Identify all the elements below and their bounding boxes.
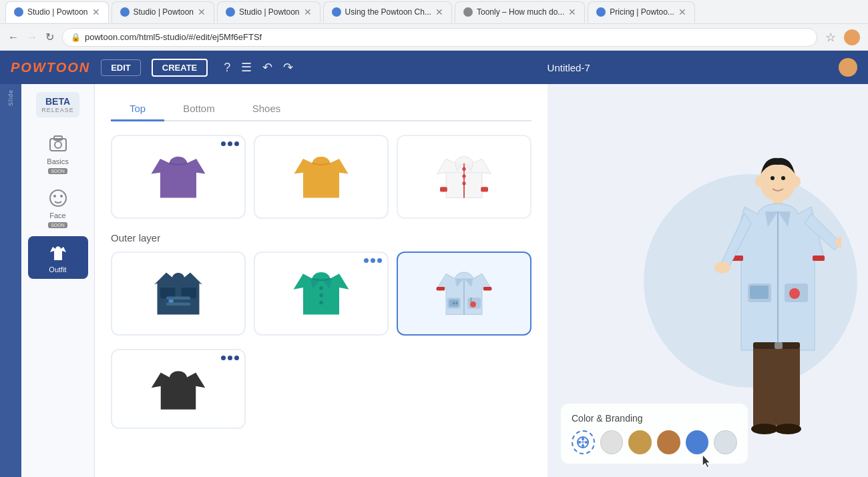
swatch-blue[interactable] (686, 430, 709, 454)
tab-4[interactable]: Using the Powtoon Ch... ✕ (323, 1, 452, 23)
color-branding-panel: Color & Branding + (561, 404, 748, 464)
svg-point-18 (319, 301, 322, 304)
tab-5[interactable]: Toonly – How much do... ✕ (455, 1, 585, 23)
outfit-label: Outfit (49, 266, 66, 274)
teal-jacket-svg (291, 264, 351, 324)
document-title: Untitled-7 (548, 62, 590, 73)
svg-point-37 (751, 424, 778, 434)
tab-close-4[interactable]: ✕ (435, 7, 443, 17)
redo-icon[interactable]: ↷ (283, 60, 293, 75)
svg-rect-14 (166, 297, 190, 300)
tab-2[interactable]: Studio | Powtoon ✕ (112, 1, 215, 23)
tab-shoes[interactable]: Shoes (234, 97, 300, 121)
add-color-swatch[interactable]: + (572, 430, 595, 454)
svg-rect-15 (166, 303, 190, 306)
svg-text:+: + (581, 438, 586, 447)
white-coat-svg (434, 147, 494, 207)
tab-label-3: Studio | Powtoon (239, 7, 300, 17)
tab-3[interactable]: Studio | Powtoon ✕ (217, 1, 320, 23)
svg-point-38 (775, 424, 801, 434)
sidebar-item-outfit[interactable]: Outfit (28, 236, 88, 279)
teal-jacket-item[interactable] (254, 252, 389, 336)
svg-rect-9 (440, 187, 447, 191)
face-label: Face (49, 211, 65, 219)
reload-button[interactable]: ↻ (45, 31, 54, 43)
swatch-brown[interactable] (657, 430, 680, 454)
tab-close-5[interactable]: ✕ (568, 7, 576, 17)
tab-favicon-3 (226, 7, 235, 17)
tab-favicon-4 (332, 7, 341, 17)
orange-sweater-item[interactable] (254, 135, 389, 219)
help-icon[interactable]: ? (224, 61, 230, 75)
tab-6[interactable]: Pricing | Powtoo... ✕ (588, 1, 695, 23)
svg-rect-22 (437, 287, 445, 290)
tab-bottom[interactable]: Bottom (164, 97, 234, 121)
tab-label-4: Using the Powtoon Ch... (345, 7, 431, 17)
svg-point-5 (60, 195, 63, 197)
dark-top-svg (148, 366, 208, 412)
tactical-vest-item[interactable] (111, 252, 246, 336)
user-avatar[interactable] (839, 58, 857, 77)
lock-icon: 🔒 (71, 33, 81, 42)
tab-label-2: Studio | Powtoon (134, 7, 194, 17)
right-panel: Color & Branding + (548, 84, 868, 477)
sidebar-item-face[interactable]: Face SOON (28, 182, 88, 233)
create-button[interactable]: CREATE (152, 59, 208, 77)
basics-icon (47, 133, 69, 155)
left-panel: BETA RELEASE Basics SOON Face SOON (21, 84, 95, 477)
svg-point-3 (50, 190, 66, 206)
edit-button[interactable]: EDIT (101, 59, 141, 76)
cursor-icon (701, 453, 714, 469)
tab-close-2[interactable]: ✕ (198, 7, 206, 17)
svg-point-17 (319, 294, 322, 297)
tab-1[interactable]: Studio | Powtoon ✕ (5, 1, 109, 23)
tab-favicon-1 (14, 7, 23, 17)
purple-sweater-item[interactable] (111, 135, 246, 219)
svg-rect-36 (777, 347, 800, 427)
sidebar-item-basics[interactable]: Basics SOON (28, 128, 88, 179)
dark-top-item[interactable] (111, 349, 246, 429)
svg-point-26 (455, 302, 458, 305)
premium-dots-2 (364, 258, 382, 263)
swatch-white[interactable] (600, 430, 624, 454)
tab-top[interactable]: Top (111, 97, 164, 121)
swatch-light-gray[interactable] (714, 430, 737, 454)
premium-dots-3 (221, 356, 239, 360)
undo-icon[interactable]: ↶ (262, 60, 272, 75)
bookmark-icon[interactable]: ☆ (825, 30, 836, 45)
tab-favicon-2 (120, 7, 130, 17)
dot-6 (377, 258, 382, 263)
tab-close-3[interactable]: ✕ (304, 7, 312, 17)
notes-icon[interactable]: ☰ (241, 60, 252, 75)
app-header: POWTOON EDIT CREATE ? ☰ ↶ ↷ Untitled-7 (0, 51, 868, 84)
dot-2 (228, 141, 232, 146)
face-icon (47, 187, 69, 209)
slide-panel: Slide (0, 84, 21, 477)
labcoat-svg (434, 264, 494, 324)
back-button[interactable]: ← (8, 31, 19, 43)
labcoat-item[interactable] (397, 252, 531, 336)
forward-button[interactable]: → (27, 31, 37, 43)
tab-close-6[interactable]: ✕ (678, 7, 686, 17)
tactical-vest-svg (148, 264, 208, 324)
tab-close-1[interactable]: ✕ (92, 7, 100, 17)
purple-sweater-svg (148, 147, 208, 207)
color-branding-title: Color & Branding (572, 413, 737, 424)
dot-7 (221, 356, 226, 360)
tab-label-6: Pricing | Powtoo... (610, 7, 674, 17)
profile-icon[interactable] (844, 29, 860, 45)
svg-point-46 (781, 176, 785, 180)
color-swatches: + (572, 430, 737, 454)
tab-label-1: Studio | Powtoon (27, 7, 88, 17)
svg-point-41 (755, 176, 763, 187)
slide-label: Slide (7, 89, 14, 106)
url-bar[interactable]: 🔒 powtoon.com/html5-studio/#/edit/ej5Mf6… (62, 28, 817, 47)
swatch-tan[interactable] (628, 430, 652, 454)
content-area: Top Bottom Shoes (95, 84, 548, 477)
logo: POWTOON (11, 60, 90, 75)
white-coat-item[interactable] (397, 135, 531, 219)
svg-rect-23 (483, 287, 492, 290)
dot-4 (364, 258, 369, 263)
dot-5 (371, 258, 375, 263)
dot-9 (234, 356, 239, 360)
